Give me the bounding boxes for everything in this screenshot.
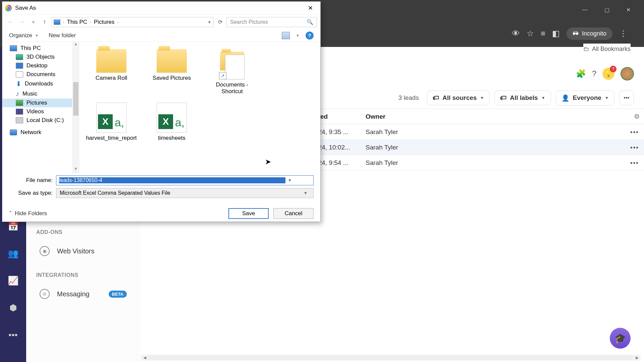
maximize-icon[interactable]: ▢: [604, 7, 609, 13]
filter-owner[interactable]: 👤 Everyone ▼: [556, 90, 614, 106]
save-as-dialog: Save As ✕ ← → ▾ ↑ › This PC › Pictures ›…: [2, 1, 321, 222]
nav-up-icon[interactable]: ↑: [40, 18, 49, 25]
breadcrumb-dropdown-icon[interactable]: ▼: [208, 20, 211, 24]
incognito-badge[interactable]: 🕶 Incognito: [567, 27, 612, 40]
scroll-down-icon[interactable]: ▼: [72, 167, 79, 173]
hide-folders-button[interactable]: ˄ Hide Folders: [9, 210, 47, 217]
filetype-select[interactable]: Microsoft Excel Comma Separated Values F…: [56, 188, 314, 198]
new-folder-button[interactable]: New folder: [49, 32, 76, 39]
dialog-fields: File name: ▼ Save as type: Microsoft Exc…: [2, 173, 320, 205]
download-icon: ⬇: [16, 80, 21, 88]
sidebar-item-web-visitors[interactable]: ◉ Web Visitors: [30, 241, 137, 261]
filetype-label: Save as type:: [9, 190, 53, 196]
extension-icon[interactable]: 🧩: [576, 69, 586, 78]
csv-file-icon: Xa,: [96, 103, 126, 133]
filename-dropdown-icon[interactable]: ▼: [285, 178, 294, 183]
tree-pictures[interactable]: Pictures: [2, 99, 72, 107]
more-actions-button[interactable]: •••: [619, 90, 634, 105]
rail-insights-icon[interactable]: 📈: [8, 276, 18, 286]
nav-recent-icon[interactable]: ▾: [29, 18, 38, 26]
tree-music[interactable]: ♪Music: [2, 89, 72, 99]
horizontal-scrollbar[interactable]: ◀ ▶: [141, 355, 641, 361]
scroll-up-icon[interactable]: ▲: [72, 42, 79, 49]
documents-icon: [16, 71, 23, 77]
organize-button[interactable]: Organize ▼: [9, 32, 39, 39]
rail-contacts-icon[interactable]: 👥: [8, 248, 18, 259]
kebab-icon[interactable]: ⋮: [619, 29, 627, 38]
tag-icon: 🏷: [433, 94, 439, 102]
chevron-down-icon: ▼: [35, 34, 39, 38]
chevron-down-icon: ▼: [605, 96, 609, 100]
tree-documents[interactable]: Documents: [2, 70, 72, 79]
chevron-down-icon: ▼: [541, 96, 545, 100]
scroll-thumb[interactable]: [73, 82, 78, 116]
chevron-down-icon[interactable]: ▼: [296, 34, 300, 38]
rail-marketplace-icon[interactable]: ⬢: [9, 303, 17, 313]
all-bookmarks-button[interactable]: 🗀 All Bookmarks: [583, 44, 631, 55]
eye-off-icon[interactable]: 👁: [512, 29, 520, 38]
tree-local-disk[interactable]: Local Disk (C:): [2, 116, 72, 125]
help-icon[interactable]: ?: [592, 69, 596, 78]
tree-this-pc[interactable]: This PC: [2, 44, 72, 53]
nav-forward-icon[interactable]: →: [17, 18, 26, 25]
shortcut-icon: ↗: [217, 49, 247, 79]
tree-videos[interactable]: Videos: [2, 107, 72, 116]
breadcrumb-folder[interactable]: Pictures: [94, 19, 114, 25]
table-settings-icon[interactable]: ⚙: [629, 113, 644, 120]
cancel-button[interactable]: Cancel: [273, 208, 314, 219]
rail-calendar-icon[interactable]: 📅: [8, 221, 18, 232]
nav-back-icon[interactable]: ←: [6, 18, 15, 25]
tree-scrollbar[interactable]: ▲ ▼: [72, 42, 79, 173]
tree-network[interactable]: Network: [2, 128, 72, 137]
col-owner[interactable]: Owner: [366, 113, 629, 120]
pc-icon: [54, 19, 60, 25]
refresh-icon[interactable]: ⟳: [216, 19, 224, 25]
sidebar-item-label: Messaging: [57, 290, 90, 298]
sidebar-item-messaging[interactable]: ⊝ Messaging BETA: [30, 284, 137, 304]
dialog-close-button[interactable]: ✕: [303, 3, 318, 13]
dialog-help-icon[interactable]: ?: [306, 32, 314, 40]
filter-labels[interactable]: 🏷 All labels ▼: [494, 90, 551, 105]
close-window-icon[interactable]: ✕: [626, 7, 631, 13]
shortcut-documents[interactable]: ↗ Documents - Shortcut: [204, 47, 261, 97]
file-harvest-report[interactable]: Xa, harvest_time_report: [83, 101, 140, 143]
row-menu-icon[interactable]: •••: [625, 144, 644, 151]
breadcrumb-root[interactable]: This PC: [67, 19, 87, 25]
playlist-icon[interactable]: ≡: [541, 29, 545, 38]
tree-desktop[interactable]: Desktop: [2, 61, 72, 70]
filter-sources[interactable]: 🏷 All sources ▼: [427, 90, 490, 105]
rail-more-icon[interactable]: •••: [8, 330, 17, 340]
view-mode-icon[interactable]: [282, 32, 290, 39]
folder-camera-roll[interactable]: Camera Roll: [83, 47, 140, 97]
window-controls: — ▢ ✕: [582, 7, 631, 13]
save-button[interactable]: Save: [228, 208, 269, 219]
chevron-down-icon: ▼: [480, 96, 484, 100]
file-grid[interactable]: Camera Roll Saved Pictures ↗ Documents -…: [79, 42, 320, 173]
folder-saved-pictures[interactable]: Saved Pictures: [143, 47, 200, 97]
chrome-logo-icon: [5, 5, 12, 11]
sidebar-heading-addons: ADD-ONS: [26, 225, 140, 240]
breadcrumb[interactable]: › This PC › Pictures › ▼: [51, 17, 214, 27]
row-menu-icon[interactable]: •••: [625, 159, 644, 167]
dialog-titlebar[interactable]: Save As ✕: [2, 2, 320, 14]
filename-input-field[interactable]: [59, 177, 285, 183]
panel-icon[interactable]: ◧: [552, 29, 560, 38]
file-timesheets[interactable]: Xa, timesheets: [143, 101, 200, 143]
search-icon: 🔍: [307, 19, 313, 25]
all-bookmarks-label: All Bookmarks: [592, 46, 631, 53]
help-fab[interactable]: 🎓: [610, 328, 631, 349]
user-avatar[interactable]: [621, 67, 634, 80]
dialog-toolbar: Organize ▼ New folder ▼ ?: [2, 29, 320, 42]
row-menu-icon[interactable]: •••: [625, 128, 644, 136]
scroll-left-icon[interactable]: ◀: [141, 355, 148, 360]
tree-3d-objects[interactable]: 3D Objects: [2, 53, 72, 61]
tree-downloads[interactable]: ⬇Downloads: [2, 79, 72, 89]
filename-input[interactable]: ▼: [56, 175, 314, 185]
person-icon: 👤: [561, 94, 570, 102]
tag-icon: 🏷: [500, 94, 506, 102]
star-icon[interactable]: ☆: [527, 29, 534, 38]
tips-button[interactable]: 💡?: [602, 68, 614, 80]
minimize-icon[interactable]: —: [582, 7, 588, 13]
scroll-right-icon[interactable]: ▶: [633, 355, 641, 360]
search-folder-input[interactable]: Search Pictures 🔍: [226, 17, 317, 27]
